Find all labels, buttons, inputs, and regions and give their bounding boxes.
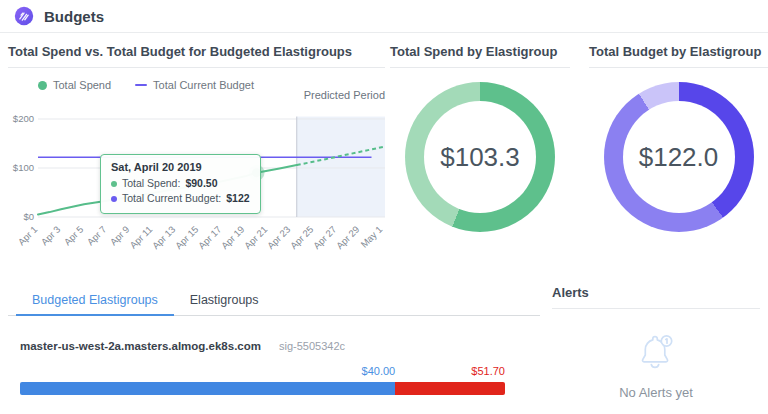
elastigroup-name[interactable]: master-us-west-2a.masters.almog.ek8s.com bbox=[20, 340, 261, 352]
elastigroup-sig: sig-5505342c bbox=[279, 340, 345, 352]
budget-bar-over bbox=[395, 382, 505, 395]
svg-text:Apr 25: Apr 25 bbox=[288, 224, 316, 252]
svg-text:$100: $100 bbox=[13, 162, 34, 173]
svg-text:May 1: May 1 bbox=[358, 224, 384, 250]
elastigroups-panel: Budgeted Elastigroups Elastigroups maste… bbox=[8, 285, 540, 395]
tooltip-spend-value: $90.50 bbox=[185, 176, 217, 191]
chart-legend: Total Spend Total Current Budget Predict… bbox=[8, 78, 385, 92]
total-budget-donut-section: Total Budget by Elastigroup $122.0 bbox=[589, 44, 768, 232]
section-divider bbox=[8, 67, 385, 68]
svg-text:Apr 17: Apr 17 bbox=[196, 224, 224, 252]
legend-label: Total Spend bbox=[53, 79, 111, 91]
total-spend-donut-title: Total Spend by Elastigroup bbox=[390, 44, 570, 59]
total-spend-value: $103.3 bbox=[440, 142, 520, 173]
page-title: Budgets bbox=[44, 8, 104, 25]
svg-text:Apr 5: Apr 5 bbox=[62, 224, 86, 248]
svg-text:Apr 15: Apr 15 bbox=[173, 224, 201, 252]
alerts-section: Alerts No Alerts yet bbox=[552, 285, 760, 400]
svg-text:Apr 11: Apr 11 bbox=[127, 224, 154, 251]
app-header: Budgets bbox=[0, 0, 768, 33]
tooltip-budget-label: Total Current Budget: bbox=[122, 191, 221, 206]
budget-line-icon bbox=[135, 84, 147, 86]
donut-center: $103.3 bbox=[424, 101, 536, 213]
svg-text:Apr 1: Apr 1 bbox=[16, 224, 40, 248]
spend-line-chart-area: $0$100$200Apr 1Apr 3Apr 5Apr 7Apr 9Apr 1… bbox=[8, 98, 385, 266]
tooltip-date: Sat, April 20 2019 bbox=[111, 161, 250, 173]
legend-total-spend[interactable]: Total Spend bbox=[38, 79, 111, 91]
budget-usage-bar: $40.00 $51.70 bbox=[20, 382, 505, 395]
legend-total-current-budget[interactable]: Total Current Budget bbox=[135, 79, 254, 91]
section-divider bbox=[552, 308, 760, 309]
section-divider bbox=[390, 67, 570, 68]
spend-vs-budget-title: Total Spend vs. Total Budget for Budgete… bbox=[8, 44, 385, 59]
svg-text:Apr 27: Apr 27 bbox=[311, 224, 339, 252]
spotinst-logo-icon[interactable] bbox=[14, 6, 34, 26]
spend-bullet-icon bbox=[111, 181, 117, 187]
svg-text:Apr 7: Apr 7 bbox=[85, 224, 109, 248]
chart-tooltip: Sat, April 20 2019 Total Spend: $90.50 T… bbox=[100, 154, 261, 214]
alerts-title: Alerts bbox=[552, 285, 760, 300]
bell-icon bbox=[633, 329, 679, 373]
total-budget-donut-title: Total Budget by Elastigroup bbox=[589, 44, 768, 59]
elastigroup-row[interactable]: master-us-west-2a.masters.almog.ek8s.com… bbox=[20, 340, 540, 352]
tab-budgeted-elastigroups[interactable]: Budgeted Elastigroups bbox=[16, 285, 174, 316]
total-spend-dot-icon bbox=[38, 81, 47, 90]
budget-bar bbox=[20, 382, 505, 395]
tooltip-budget-value: $122 bbox=[226, 191, 249, 206]
svg-text:Apr 23: Apr 23 bbox=[265, 224, 293, 252]
svg-text:$200: $200 bbox=[13, 113, 34, 124]
svg-text:Apr 19: Apr 19 bbox=[219, 224, 247, 252]
spend-vs-budget-section: Total Spend vs. Total Budget for Budgete… bbox=[8, 44, 385, 266]
legend-label: Total Current Budget bbox=[153, 79, 254, 91]
budget-bullet-icon bbox=[111, 196, 117, 202]
no-alerts-text: No Alerts yet bbox=[552, 385, 760, 400]
tab-elastigroups[interactable]: Elastigroups bbox=[174, 285, 275, 316]
svg-text:Apr 3: Apr 3 bbox=[39, 224, 63, 248]
budget-bar-red-label: $51.70 bbox=[471, 365, 505, 377]
tooltip-budget-row: Total Current Budget: $122 bbox=[111, 191, 250, 206]
budget-bar-blue-label: $40.00 bbox=[362, 365, 396, 377]
total-budget-donut-chart[interactable]: $122.0 bbox=[604, 82, 754, 232]
total-spend-donut-chart[interactable]: $103.3 bbox=[405, 82, 555, 232]
svg-text:Apr 13: Apr 13 bbox=[150, 224, 178, 252]
donut-center: $122.0 bbox=[623, 101, 735, 213]
svg-text:$0: $0 bbox=[23, 211, 34, 222]
total-budget-value: $122.0 bbox=[639, 142, 719, 173]
budget-bar-within bbox=[20, 382, 395, 395]
tooltip-spend-row: Total Spend: $90.50 bbox=[111, 176, 250, 191]
section-divider bbox=[589, 67, 768, 68]
svg-text:Apr 29: Apr 29 bbox=[334, 224, 362, 252]
tooltip-spend-label: Total Spend: bbox=[122, 176, 180, 191]
total-spend-donut-section: Total Spend by Elastigroup $103.3 bbox=[390, 44, 570, 232]
elastigroups-tabs: Budgeted Elastigroups Elastigroups bbox=[8, 285, 540, 316]
svg-text:Apr 21: Apr 21 bbox=[242, 224, 270, 252]
